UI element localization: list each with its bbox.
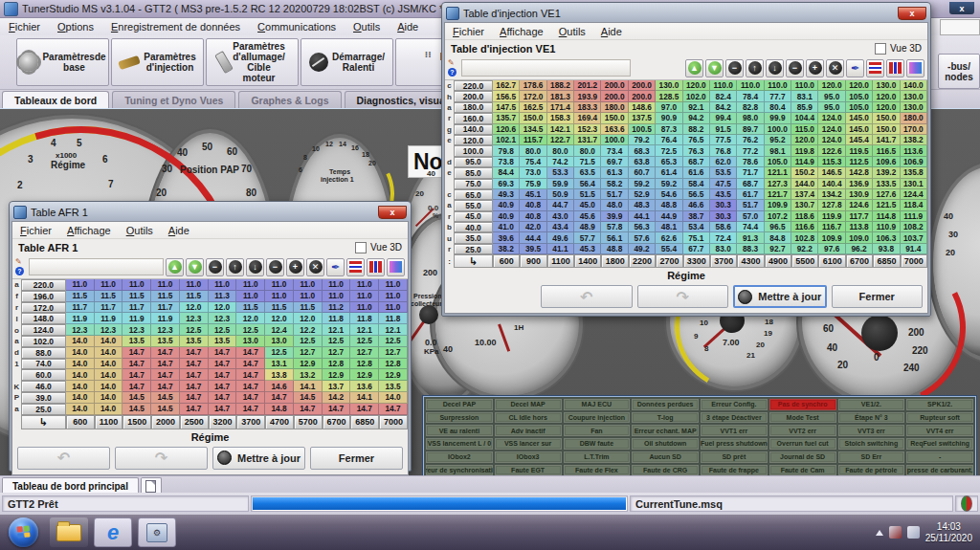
afr-table-cell[interactable]: 12.7 <box>379 347 408 359</box>
ve-load-header[interactable]: 25.0 <box>454 244 493 254</box>
ve-vue3d-checkbox[interactable] <box>875 43 886 55</box>
ve-table-cell[interactable]: 99.4 <box>710 113 737 123</box>
ve-table-cell[interactable]: 57.7 <box>574 232 601 243</box>
main-menu-4[interactable]: Outils <box>345 21 389 33</box>
ve-table-cell[interactable]: 80.0 <box>520 145 546 156</box>
afr-table-cell[interactable]: 14.0 <box>66 381 95 392</box>
ve-undo-button[interactable]: ↶ <box>541 285 633 308</box>
afr-table-cell[interactable]: 14.0 <box>95 392 123 404</box>
interpolate-rows-icon[interactable] <box>866 59 884 77</box>
ve-table-cell[interactable]: 95.2 <box>765 135 791 145</box>
afr-table-cell[interactable]: 11.0 <box>379 291 408 302</box>
afr-table-cell[interactable]: 14.0 <box>66 347 95 359</box>
afr-table-cell[interactable]: 14.7 <box>180 392 209 404</box>
afr-table-cell[interactable]: 14.8 <box>265 404 294 415</box>
afr-table-cell[interactable]: 12.2 <box>294 324 323 336</box>
ve-load-header[interactable]: 65.0 <box>454 189 493 200</box>
afr-table-cell[interactable]: 14.7 <box>209 404 237 415</box>
afr-table-cell[interactable]: 11.8 <box>379 313 408 324</box>
ve-table-cell[interactable]: 130.0 <box>901 91 927 101</box>
ve-table-cell[interactable]: 76.8 <box>710 145 737 156</box>
ve-load-header[interactable]: 140.0 <box>454 124 493 135</box>
ve-table-cell[interactable]: 62.0 <box>710 157 737 167</box>
ve-table-cell[interactable]: 75.4 <box>520 157 546 167</box>
ve-table-cell[interactable]: 56.3 <box>629 222 656 232</box>
afr-table-cell[interactable]: 12.5 <box>323 336 351 347</box>
select-up-green-icon[interactable]: ▲ <box>685 59 703 77</box>
ve-table-cell[interactable]: 78.6 <box>737 157 764 167</box>
afr-rpm-header[interactable]: 7000 <box>379 415 408 429</box>
afr-table-cell[interactable]: 14.5 <box>151 404 180 415</box>
ve-menu-2[interactable]: Outils <box>551 26 593 37</box>
help-icon[interactable]: ? <box>448 68 457 77</box>
ve-table-cell[interactable]: 84.8 <box>765 232 791 243</box>
ve-table-cell[interactable]: 42.0 <box>520 222 546 232</box>
ve-table-cell[interactable]: 30.3 <box>710 211 737 222</box>
ve-table-cell[interactable]: 102.8 <box>791 232 818 243</box>
ve-table-cell[interactable]: 92.7 <box>765 244 791 254</box>
afr-table-cell[interactable]: 14.7 <box>294 404 323 415</box>
afr-load-header[interactable]: 220.0 <box>21 279 66 291</box>
afr-table-cell[interactable]: 11.8 <box>350 313 379 324</box>
ve-table-cell[interactable]: 45.6 <box>574 211 601 222</box>
ve-table-cell[interactable]: 105.0 <box>846 102 873 113</box>
ve-table-cell[interactable]: 57.8 <box>601 222 628 232</box>
ve-table-cell[interactable]: 52.9 <box>629 189 656 200</box>
ve-table-cell[interactable]: 90.9 <box>656 113 682 123</box>
afr-table-cell[interactable]: 12.0 <box>236 313 265 324</box>
dashboard-tab-principal[interactable]: Tableau de bord principal <box>2 477 139 494</box>
ve-table-cell[interactable]: 53.4 <box>683 222 710 232</box>
ve-table-cell[interactable]: 77.7 <box>765 91 791 101</box>
afr-load-header[interactable]: 60.0 <box>21 369 66 381</box>
afr-table-cell[interactable]: 11.0 <box>122 279 151 291</box>
select-down-green-icon[interactable]: ▼ <box>186 258 204 276</box>
ve-table-cell[interactable]: 163.6 <box>601 124 628 135</box>
ve-table-cell[interactable]: 45.3 <box>574 244 601 254</box>
afr-table-cell[interactable]: 14.0 <box>95 336 123 347</box>
ve-table-cell[interactable]: 142.8 <box>846 167 873 178</box>
ve-table-cell[interactable]: 53.3 <box>547 167 574 178</box>
afr-table-cell[interactable]: 14.7 <box>236 369 265 381</box>
ve-table-cell[interactable]: 109.0 <box>846 232 873 243</box>
afr-table-cell[interactable]: 11.5 <box>66 291 95 302</box>
decrease-icon[interactable]: − <box>786 59 804 77</box>
ve-table-cell[interactable]: 91.4 <box>901 244 927 254</box>
taskbar-clock[interactable]: 14:03 25/11/2020 <box>925 521 976 544</box>
ve-rpm-header[interactable]: 3300 <box>683 254 710 268</box>
afr-table-cell[interactable]: 14.7 <box>209 381 237 392</box>
afr-update-button[interactable]: Mettre à jour <box>212 447 305 470</box>
ve-rpm-header[interactable]: 2700 <box>656 254 682 268</box>
afr-rpm-header[interactable]: 2000 <box>151 415 180 429</box>
afr-table-cell[interactable]: 12.1 <box>379 324 408 336</box>
afr-table-cell[interactable]: 11.0 <box>379 279 408 291</box>
ve-window-titlebar[interactable]: Table d'injection VE1 x <box>444 5 928 22</box>
ve-table-cell[interactable]: 200.0 <box>629 80 656 91</box>
ve-table-cell[interactable]: 141.7 <box>873 135 900 145</box>
decrease-icon[interactable]: − <box>266 258 284 276</box>
afr-table-cell[interactable]: 12.5 <box>265 347 294 359</box>
afr-table-cell[interactable]: 14.7 <box>209 359 237 370</box>
ve-table-cell[interactable]: 43.5 <box>710 189 737 200</box>
ve-table-cell[interactable]: 120.0 <box>873 91 900 101</box>
ve-table-cell[interactable]: 55.4 <box>656 244 682 254</box>
ve-load-header[interactable]: 220.0 <box>454 80 493 91</box>
ve-table-cell[interactable]: 91.3 <box>737 232 764 243</box>
afr-table-cell[interactable]: 11.3 <box>209 291 237 302</box>
ve-table-cell[interactable]: 124.4 <box>901 189 927 200</box>
ve-table-cell[interactable]: 89.7 <box>737 124 764 135</box>
ve-load-header[interactable]: 40.0 <box>454 222 493 232</box>
ve-table-cell[interactable]: 79.2 <box>629 135 656 145</box>
afr-table-cell[interactable]: 13.0 <box>236 336 265 347</box>
afr-table-cell[interactable]: 14.7 <box>323 404 351 415</box>
afr-table-cell[interactable]: 12.5 <box>294 336 323 347</box>
ve-table-cell[interactable]: 98.1 <box>765 145 791 156</box>
ve-rpm-header[interactable]: 7000 <box>901 254 927 268</box>
ve-table-cell[interactable]: 61.6 <box>683 167 710 178</box>
ve-table-cell[interactable]: 95.0 <box>818 102 845 113</box>
afr-table-cell[interactable]: 12.5 <box>350 336 379 347</box>
afr-table-cell[interactable]: 11.0 <box>379 302 408 314</box>
afr-table-cell[interactable]: 14.7 <box>180 369 209 381</box>
ve-table-cell[interactable]: 131.7 <box>574 135 601 145</box>
afr-rpm-header[interactable]: 600 <box>66 415 95 429</box>
ve-table-cell[interactable]: 92.2 <box>791 244 818 254</box>
